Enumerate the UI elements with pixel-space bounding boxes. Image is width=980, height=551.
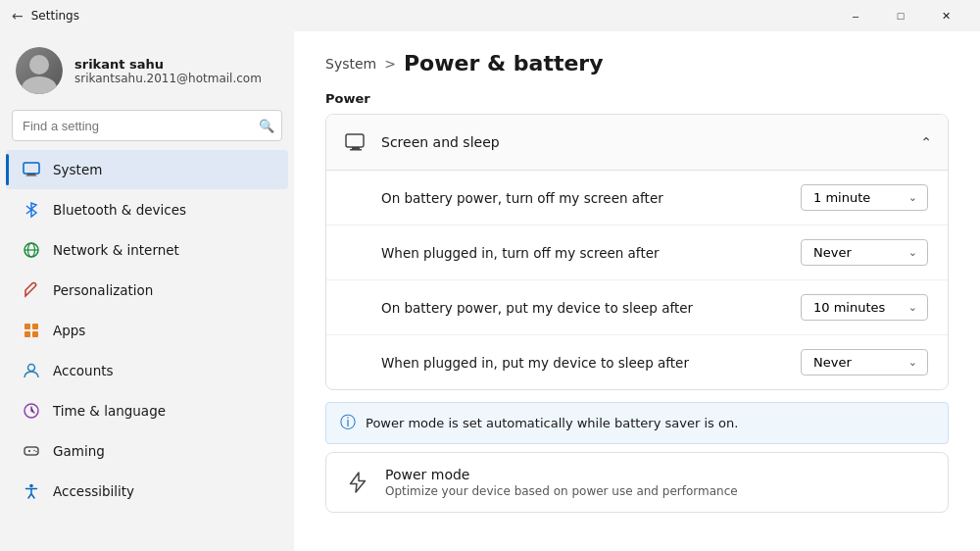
screen-sleep-card: Screen and sleep ⌃ On battery power, tur… [325, 114, 949, 390]
svg-point-12 [28, 365, 35, 372]
row-dropdown-value-1: Never [813, 245, 852, 260]
svg-rect-10 [24, 331, 30, 337]
power-mode-card: Power mode Optimize your device based on… [325, 452, 949, 513]
svg-rect-2 [24, 163, 39, 174]
app-body: srikant sahu srikantsahu.2011@hotmail.co… [0, 31, 980, 551]
avatar-inner [16, 47, 63, 94]
sidebar: srikant sahu srikantsahu.2011@hotmail.co… [0, 31, 294, 551]
screen-sleep-header[interactable]: Screen and sleep ⌃ [326, 115, 948, 171]
row-dropdown-1[interactable]: Never ⌄ [801, 239, 928, 266]
screen-sleep-row-1: When plugged in, turn off my screen afte… [326, 225, 948, 280]
svg-rect-22 [350, 149, 362, 151]
sidebar-item-network[interactable]: Network & internet [6, 230, 288, 270]
sidebar-item-label-accounts: Accounts [53, 363, 114, 378]
search-icon: 🔍 [259, 119, 274, 133]
power-mode-title: Power mode [385, 467, 932, 482]
svg-rect-3 [27, 174, 35, 175]
titlebar-left: ← Settings [12, 8, 79, 24]
maximize-button[interactable]: □ [878, 0, 923, 31]
search-input[interactable] [12, 110, 282, 141]
dropdown-chevron-0: ⌄ [908, 191, 917, 204]
page-header: System > Power & battery [294, 31, 980, 91]
info-banner: ⓘ Power mode is set automatically while … [325, 402, 949, 444]
sidebar-item-accessibility[interactable]: Accessibility [6, 472, 288, 511]
titlebar-controls: – □ ✕ [833, 0, 968, 31]
close-button[interactable]: ✕ [923, 0, 968, 31]
power-mode-text: Power mode Optimize your device based on… [385, 467, 932, 498]
svg-point-18 [35, 451, 37, 453]
breadcrumb-parent: System [325, 56, 376, 72]
screen-sleep-icon [342, 128, 369, 156]
svg-rect-9 [32, 324, 38, 329]
avatar [16, 47, 63, 94]
personalization-icon [22, 280, 41, 300]
sidebar-item-personalization[interactable]: Personalization [6, 271, 288, 310]
dropdown-chevron-2: ⌄ [908, 301, 917, 314]
time-icon [22, 401, 41, 421]
svg-point-17 [33, 450, 35, 452]
sidebar-item-apps[interactable]: Apps [6, 311, 288, 350]
screen-sleep-row-0: On battery power, turn off my screen aft… [326, 171, 948, 225]
row-label-0: On battery power, turn off my screen aft… [381, 190, 663, 206]
sidebar-item-label-system: System [53, 162, 102, 177]
titlebar: ← Settings – □ ✕ [0, 0, 980, 31]
minimize-button[interactable]: – [833, 0, 878, 31]
screen-sleep-chevron: ⌃ [920, 134, 932, 150]
row-dropdown-3[interactable]: Never ⌄ [801, 349, 928, 376]
power-section-label: Power [325, 91, 949, 106]
sidebar-item-bluetooth[interactable]: Bluetooth & devices [6, 190, 288, 229]
sidebar-item-label-network: Network & internet [53, 242, 179, 258]
sidebar-item-label-bluetooth: Bluetooth & devices [53, 202, 186, 218]
info-icon: ⓘ [340, 413, 356, 433]
svg-point-19 [29, 484, 33, 488]
svg-rect-4 [26, 175, 37, 176]
sidebar-item-system[interactable]: System [6, 150, 288, 189]
svg-rect-11 [32, 331, 38, 337]
power-mode-desc: Optimize your device based on power use … [385, 484, 932, 498]
system-icon [22, 160, 41, 179]
accounts-icon [22, 361, 41, 380]
content-area: Power Screen and sleep ⌃ On bat [294, 91, 980, 551]
svg-point-1 [22, 76, 57, 94]
info-banner-text: Power mode is set automatically while ba… [366, 416, 738, 430]
gaming-icon [22, 441, 41, 461]
row-label-3: When plugged in, put my device to sleep … [381, 355, 689, 371]
accessibility-icon [22, 481, 41, 501]
screen-sleep-row-2: On battery power, put my device to sleep… [326, 280, 948, 335]
apps-icon [22, 321, 41, 340]
sidebar-item-label-accessibility: Accessibility [53, 483, 134, 499]
profile-info: srikant sahu srikantsahu.2011@hotmail.co… [74, 57, 262, 85]
row-dropdown-0[interactable]: 1 minute ⌄ [801, 184, 928, 211]
power-mode-row: Power mode Optimize your device based on… [326, 453, 948, 512]
sidebar-item-time[interactable]: Time & language [6, 391, 288, 430]
sidebar-item-accounts[interactable]: Accounts [6, 351, 288, 390]
row-dropdown-2[interactable]: 10 minutes ⌄ [801, 294, 928, 321]
screen-sleep-rows: On battery power, turn off my screen aft… [326, 171, 948, 389]
titlebar-title: Settings [31, 9, 79, 23]
bluetooth-icon [22, 200, 41, 220]
row-dropdown-value-0: 1 minute [813, 190, 870, 205]
network-icon [22, 240, 41, 260]
back-icon[interactable]: ← [12, 8, 24, 24]
svg-rect-20 [346, 134, 364, 147]
svg-rect-21 [352, 147, 360, 149]
breadcrumb-separator: > [384, 56, 396, 72]
main-content: System > Power & battery Power Sc [294, 31, 980, 551]
row-dropdown-value-2: 10 minutes [813, 300, 885, 315]
search-box: 🔍 [12, 110, 282, 141]
sidebar-item-label-gaming: Gaming [53, 443, 105, 459]
svg-rect-8 [24, 324, 30, 329]
sidebar-item-label-time: Time & language [53, 403, 166, 419]
sidebar-item-label-personalization: Personalization [53, 282, 153, 298]
row-label-2: On battery power, put my device to sleep… [381, 300, 693, 316]
profile-email: srikantsahu.2011@hotmail.com [74, 72, 262, 85]
svg-point-0 [29, 55, 49, 75]
dropdown-chevron-3: ⌄ [908, 356, 917, 369]
screen-sleep-row-3: When plugged in, put my device to sleep … [326, 335, 948, 389]
sidebar-item-label-apps: Apps [53, 323, 85, 338]
screen-sleep-title: Screen and sleep [381, 134, 920, 150]
nav-list: System Bluetooth & devices Network & int… [0, 149, 294, 512]
row-dropdown-value-3: Never [813, 355, 852, 370]
breadcrumb-current: Power & battery [404, 51, 604, 75]
sidebar-item-gaming[interactable]: Gaming [6, 431, 288, 471]
